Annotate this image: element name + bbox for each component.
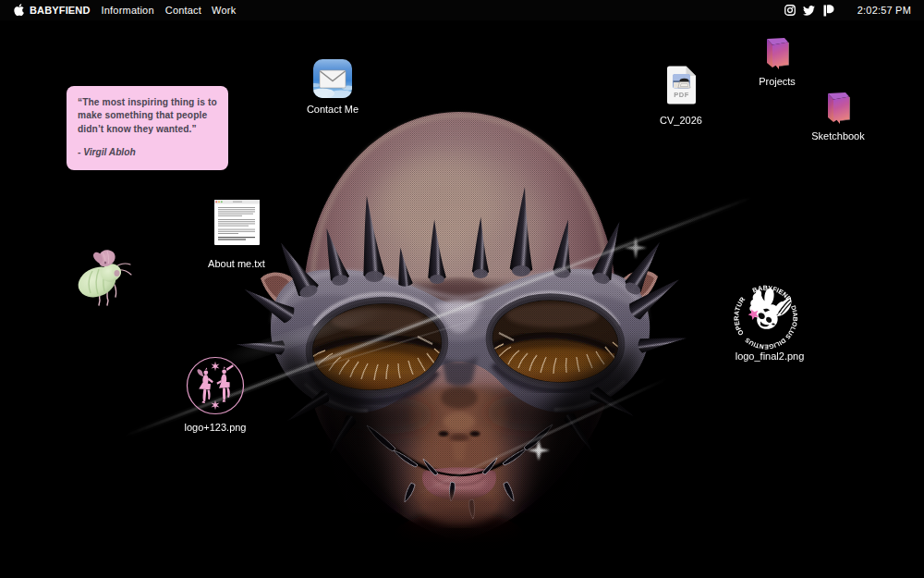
svg-text:PDF: PDF: [674, 91, 689, 99]
svg-text:OPERATUR: OPERATUR: [733, 295, 748, 338]
